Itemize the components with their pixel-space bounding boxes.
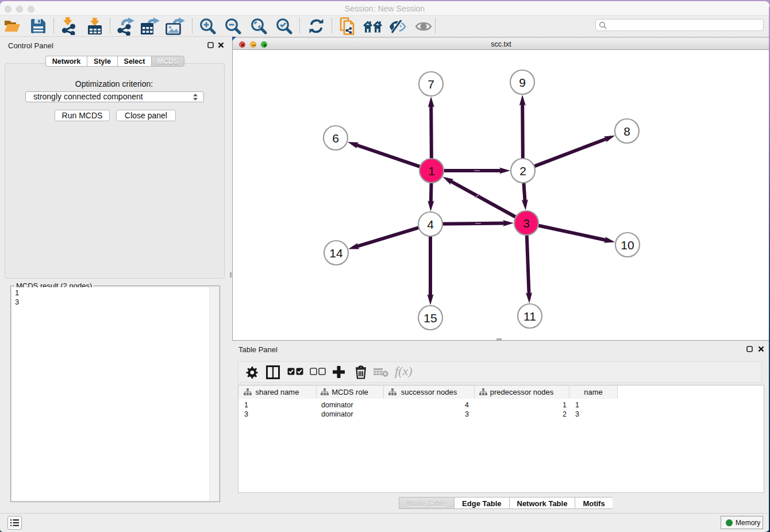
svg-text:14: 14 xyxy=(329,246,343,260)
svg-text:10: 10 xyxy=(621,238,634,252)
svg-text:15: 15 xyxy=(424,311,437,325)
svg-text:1: 1 xyxy=(428,164,435,178)
svg-text:9: 9 xyxy=(519,76,526,89)
svg-text:8: 8 xyxy=(623,125,630,138)
svg-text:11: 11 xyxy=(523,310,536,323)
svg-text:6: 6 xyxy=(332,132,339,145)
svg-text:2: 2 xyxy=(519,164,526,178)
svg-text:3: 3 xyxy=(523,217,530,230)
svg-text:7: 7 xyxy=(428,78,434,91)
svg-text:4: 4 xyxy=(427,218,434,231)
